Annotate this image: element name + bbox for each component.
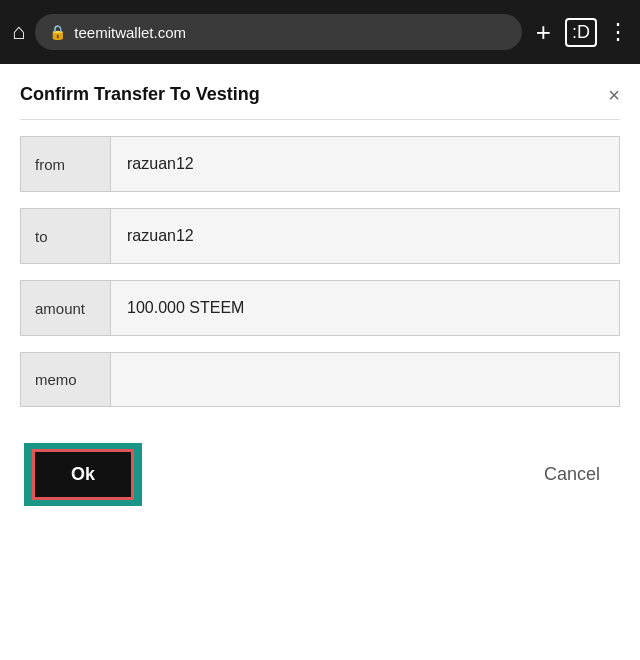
cancel-button[interactable]: Cancel	[528, 454, 616, 495]
to-label: to	[21, 209, 111, 263]
home-icon[interactable]: ⌂	[12, 19, 25, 45]
amount-label: amount	[21, 281, 111, 335]
browser-menu-icon[interactable]: ⋮	[607, 19, 628, 45]
add-tab-icon[interactable]: +	[532, 17, 555, 48]
dialog-divider	[20, 119, 620, 120]
from-row: from razuan12	[20, 136, 620, 192]
to-row: to razuan12	[20, 208, 620, 264]
dialog-header: Confirm Transfer To Vesting ×	[20, 84, 620, 105]
memo-row: memo	[20, 352, 620, 407]
browser-bar: ⌂ 🔒 teemitwallet.com + :D ⋮	[0, 0, 640, 64]
button-row: Ok Cancel	[20, 443, 620, 506]
amount-value: 100.000 STEEM	[111, 281, 619, 335]
memo-label: memo	[21, 353, 111, 406]
dialog: Confirm Transfer To Vesting × from razua…	[0, 64, 640, 536]
address-bar[interactable]: 🔒 teemitwallet.com	[35, 14, 522, 50]
tab-switcher-icon[interactable]: :D	[565, 18, 597, 47]
dialog-title: Confirm Transfer To Vesting	[20, 84, 260, 105]
to-value: razuan12	[111, 209, 619, 263]
memo-value	[111, 353, 619, 406]
url-text: teemitwallet.com	[74, 24, 186, 41]
close-button[interactable]: ×	[608, 85, 620, 105]
from-value: razuan12	[111, 137, 619, 191]
from-label: from	[21, 137, 111, 191]
amount-row: amount 100.000 STEEM	[20, 280, 620, 336]
lock-icon: 🔒	[49, 24, 66, 40]
ok-wrapper: Ok	[24, 443, 142, 506]
ok-button[interactable]: Ok	[32, 449, 134, 500]
